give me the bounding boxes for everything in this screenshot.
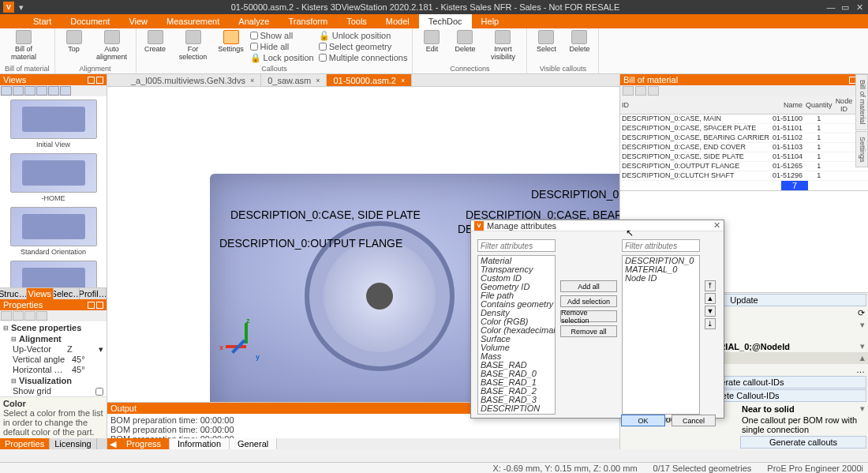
ribbon-tab-help[interactable]: Help <box>472 14 509 28</box>
edge-tab-settings[interactable]: Settings <box>855 131 868 168</box>
view-thumbnail[interactable]: -HOME <box>0 150 107 204</box>
prop-up-vector[interactable]: Up-VectorZ▾ <box>3 344 103 355</box>
selected-attributes-list[interactable]: DESCRIPTION_0MATERIAL_0Node ID <box>622 255 700 415</box>
views-tool-button[interactable] <box>36 86 47 96</box>
tab-profile[interactable]: Profil… <box>80 288 107 299</box>
opt-near-to-solid[interactable]: Near to solid▾ <box>739 403 868 415</box>
document-tab[interactable]: _a_l005.multiviews.GeN.3dvs× <box>125 74 261 86</box>
close-button[interactable]: ✕ <box>854 2 865 13</box>
move-down-button[interactable]: ▼ <box>705 306 716 317</box>
ribbon-tab-document[interactable]: Document <box>61 14 119 28</box>
bom-tool-button[interactable] <box>623 86 634 96</box>
show-all-checkbox[interactable]: Show all <box>250 30 314 41</box>
views-tool-button[interactable] <box>1 86 12 96</box>
bom-row[interactable]: DESCRIPTION_0:CASE, END COVER01-511031CA… <box>620 143 868 152</box>
bom-row[interactable]: DESCRIPTION_0:CASE, SIDE PLATE01-511041C… <box>620 152 868 162</box>
callout-label[interactable]: DESCRIPTION_0:CASE, SIDE PLATE <box>230 208 421 221</box>
add-selection-button[interactable]: Add selection <box>560 295 617 307</box>
move-bottom-button[interactable]: ⤓ <box>705 318 716 329</box>
unlock-position-checkbox[interactable]: 🔓Unlock position <box>319 30 408 41</box>
move-up-button[interactable]: ▲ <box>705 293 716 304</box>
document-tab[interactable]: 0_saw.asm× <box>261 74 327 86</box>
props-tool-button[interactable] <box>24 311 36 321</box>
ribbon-tab-model[interactable]: Model <box>376 14 419 28</box>
ribbon-tab-techdoc[interactable]: TechDoc <box>419 14 472 28</box>
bom-row[interactable]: DESCRIPTION_0:CASE, BEARING CARRIER01-51… <box>620 133 868 143</box>
close-tab-icon[interactable]: × <box>401 77 405 84</box>
bom-row[interactable]: DESCRIPTION_0:CASE, MAIN01-511001CASE, M… <box>620 114 868 124</box>
views-tool-button[interactable] <box>60 86 71 96</box>
ribbon-tab-analyze[interactable]: Analyze <box>229 14 279 28</box>
edit-connection-button[interactable]: Edit <box>417 30 446 54</box>
move-top-button[interactable]: ⤒ <box>705 280 716 291</box>
hide-all-checkbox[interactable]: Hide all <box>250 41 314 52</box>
quick-access-dropdown[interactable]: ▾ <box>19 2 24 13</box>
settings-button[interactable]: Settings <box>217 30 245 54</box>
bom-row[interactable]: DESCRIPTION_0:CLUTCH SHAFT01-512961CLUTC… <box>620 171 868 181</box>
for-selection-button[interactable]: For selection <box>174 30 212 62</box>
callout-label[interactable]: DESCRIPTION_0:OUTPUT FLANGE <box>219 237 402 250</box>
axis-triad[interactable]: z x y <box>226 323 265 362</box>
props-tool-button[interactable] <box>1 311 12 321</box>
output-tab-information[interactable]: Information <box>170 438 230 449</box>
generate-callouts-button[interactable]: Generate callouts <box>740 436 866 449</box>
invert-visibility-button[interactable]: Invert visibility <box>484 30 522 62</box>
view-thumbnail[interactable]: Standard Orientation <box>0 204 107 257</box>
select-visible-button[interactable]: Select <box>532 30 560 54</box>
lock-position-checkbox[interactable]: 🔒Lock position <box>250 52 314 63</box>
output-tab-prev[interactable]: ◀ <box>107 438 118 449</box>
bom-col-node[interactable]: Node ID <box>834 96 855 114</box>
callout-label[interactable]: DESCRIPTION_0:CASE, END COV <box>531 188 619 201</box>
bom-tool-button[interactable] <box>635 86 646 96</box>
ribbon-tab-tools[interactable]: Tools <box>337 14 376 28</box>
bom-qty-total-selected[interactable]: 7 <box>781 181 808 190</box>
bom-tool-button[interactable] <box>648 86 659 96</box>
remove-all-button[interactable]: Remove all <box>560 325 617 337</box>
views-tool-button[interactable] <box>48 86 59 96</box>
prop-show-grid[interactable]: Show grid <box>3 386 103 396</box>
auto-alignment-button[interactable]: Auto alignment <box>93 30 131 62</box>
tab-views[interactable]: Views <box>27 288 54 299</box>
scene-properties-head[interactable]: Scene properties <box>3 322 103 333</box>
refresh-icon[interactable]: ⟳ <box>858 308 865 318</box>
delete-connection-button[interactable]: Delete <box>451 30 479 54</box>
bom-col-name[interactable]: Name <box>771 96 804 114</box>
attribute-item[interactable]: DESCRIPTION <box>479 404 554 413</box>
output-tab-general[interactable]: General <box>230 438 277 449</box>
ribbon-tab-view[interactable]: View <box>119 14 157 28</box>
create-callout-button[interactable]: Create <box>141 30 170 54</box>
visualization-section[interactable]: Visualization <box>3 375 103 386</box>
views-panel-header[interactable]: Views <box>0 74 107 85</box>
bom-button[interactable]: Bill of material <box>5 30 43 62</box>
minimize-button[interactable]: — <box>825 2 836 12</box>
remove-selection-button[interactable]: Remove selection <box>560 310 617 322</box>
ribbon-tab-transform[interactable]: Transform <box>279 14 337 28</box>
filter-available-input[interactable] <box>477 239 556 252</box>
maximize-button[interactable]: ▭ <box>840 2 851 13</box>
top-alignment-button[interactable]: Top <box>60 30 88 54</box>
dialog-title-bar[interactable]: V Manage attributes ✕ <box>471 220 724 231</box>
tab-properties[interactable]: Properties <box>0 438 50 449</box>
bom-col-qty[interactable]: Quantity <box>804 96 834 114</box>
tab-selection[interactable]: Selec… <box>54 288 80 299</box>
delete-visible-button[interactable]: Delete <box>565 30 593 54</box>
attribute-item[interactable]: Node ID <box>623 274 698 283</box>
prop-horizontal-angle[interactable]: Horizontal …45° <box>3 365 103 375</box>
close-tab-icon[interactable]: × <box>316 77 320 84</box>
properties-panel-header[interactable]: Properties <box>0 299 107 310</box>
bom-row[interactable]: DESCRIPTION_0:CASE, SPACER PLATE01-51101… <box>620 124 868 133</box>
views-tool-button[interactable] <box>13 86 24 96</box>
tab-structure[interactable]: Struc… <box>0 288 27 299</box>
props-tool-button[interactable] <box>13 311 24 321</box>
alignment-section[interactable]: Alignment <box>3 333 103 344</box>
output-tab-progress[interactable]: Progress <box>118 438 170 449</box>
views-tool-button[interactable] <box>24 86 36 96</box>
bom-panel-header[interactable]: Bill of material <box>620 74 868 85</box>
available-attributes-list[interactable]: MaterialTransparencyCustom IDGeometry ID… <box>477 255 556 415</box>
opt-one-callout-row[interactable]: One callout per BOM row with single conn… <box>739 415 868 435</box>
multiple-connections-checkbox[interactable]: Multiple connections <box>319 52 408 63</box>
bom-row[interactable]: DESCRIPTION_0:OUTPUT FLANGE01-512651OUTP… <box>620 162 868 171</box>
select-geometry-checkbox[interactable]: Select geometry <box>319 41 408 52</box>
view-thumbnail[interactable] <box>0 257 107 287</box>
document-tab-active[interactable]: 01-50000.asm.2× <box>327 74 412 86</box>
